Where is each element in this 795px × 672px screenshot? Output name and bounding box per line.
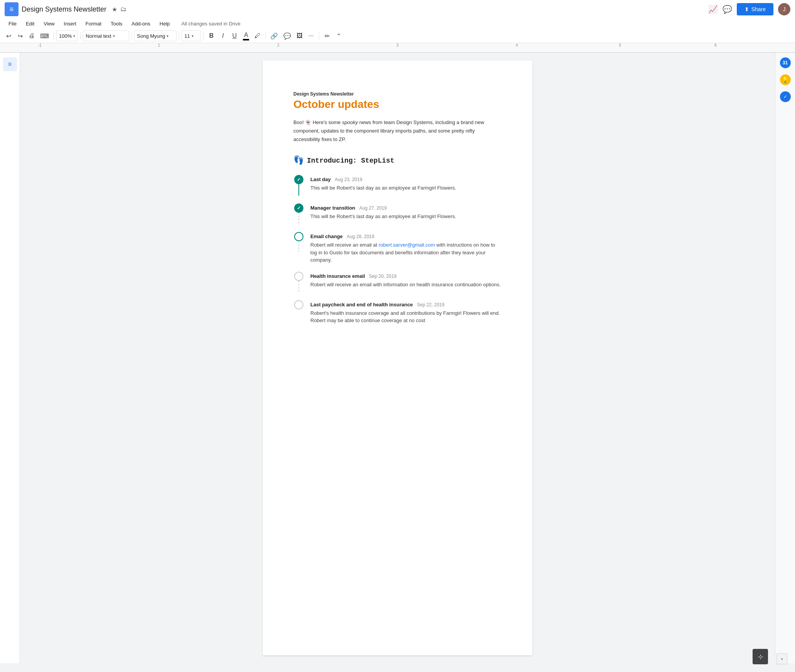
paint-format-button[interactable]: ⌨	[38, 30, 51, 41]
assistant-icon: ⊹	[758, 653, 763, 660]
doc-icon: ≡	[5, 2, 19, 16]
step-connector-3	[293, 232, 304, 253]
step-title-1: Last day	[310, 176, 331, 182]
divider7	[319, 32, 319, 40]
share-button[interactable]: ⬆ Share	[737, 3, 773, 15]
checkmark-icon: ✓	[297, 177, 301, 182]
font-color-button[interactable]: A	[241, 30, 251, 41]
divider4	[179, 32, 179, 40]
text-style-select[interactable]: Normal text ▾	[83, 30, 129, 41]
calendar-icon[interactable]: 31	[780, 57, 791, 68]
step-date-3: Aug 28, 2019	[347, 234, 374, 239]
step-connector-4	[293, 272, 304, 292]
redo-button[interactable]: ↪	[15, 30, 25, 41]
undo-button[interactable]: ↩	[3, 30, 14, 41]
menu-format[interactable]: Format	[82, 19, 105, 28]
step-desc-3: Robert will receive an email at robert.s…	[310, 241, 502, 264]
step-connector-1: ✓	[293, 175, 304, 196]
steplist: ✓ Last day Aug 23, 2019 This will be Rob…	[293, 175, 502, 324]
font-color-indicator	[243, 39, 249, 40]
divider3	[131, 32, 132, 40]
document-title: Design Systems Newsletter	[22, 5, 106, 13]
step-desc-4: Robert will receive an email with inform…	[310, 281, 502, 289]
step-title-2: Manager transition	[310, 205, 355, 211]
bulb-icon[interactable]: 💡	[780, 74, 791, 85]
menu-insert[interactable]: Insert	[60, 19, 80, 28]
divider5	[203, 32, 204, 40]
font-size-select[interactable]: 11 ▾	[182, 30, 201, 41]
link-icon: 🔗	[270, 32, 278, 40]
step-connector-5	[293, 300, 304, 309]
italic-button[interactable]: I	[217, 30, 228, 41]
print-button[interactable]: 🖨	[26, 30, 37, 41]
link-button[interactable]: 🔗	[268, 30, 280, 41]
table-row: Email change Aug 28, 2019 Robert will re…	[293, 232, 502, 264]
font-select[interactable]: Song Myung ▾	[134, 30, 177, 41]
page-area[interactable]: Design Systems Newsletter October update…	[20, 53, 775, 663]
menu-bar: File Edit View Insert Format Tools Add-o…	[0, 18, 795, 29]
doc-intro: Boo! 👻 Here's some spooky news from team…	[293, 118, 502, 144]
menu-view[interactable]: View	[40, 19, 58, 28]
assistant-button[interactable]: ⊹	[753, 649, 768, 663]
more-button[interactable]: ···	[306, 30, 317, 41]
step-line-2	[298, 213, 299, 224]
step-circle-3	[294, 232, 303, 241]
avatar[interactable]: J	[778, 3, 790, 15]
comment-add-button[interactable]: 💬	[281, 30, 293, 41]
step-link-3[interactable]: robert.sarver@gmail.com	[379, 242, 435, 248]
trend-icon[interactable]: 📈	[708, 5, 718, 14]
image-button[interactable]: 🖼	[294, 30, 305, 41]
font-chevron: ▾	[167, 34, 168, 38]
table-row: ✓ Manager transition Aug 27, 2019 This w…	[293, 203, 502, 224]
step-date-4: Sep 20, 2019	[369, 274, 396, 279]
menu-file[interactable]: File	[5, 19, 20, 28]
font-color-icon: A	[244, 32, 248, 39]
section-heading-text: Introducing: StepList	[307, 157, 394, 165]
menu-edit[interactable]: Edit	[22, 19, 38, 28]
step-date-1: Aug 23, 2019	[335, 177, 362, 182]
step-desc-2: This will be Robert's last day as an emp…	[310, 213, 502, 220]
checkmark-icon: ✓	[297, 205, 301, 211]
step-desc-5: Robert's health insurance coverage and a…	[310, 309, 502, 324]
toc-button[interactable]: ≡	[3, 57, 17, 71]
bold-button[interactable]: B	[206, 30, 217, 41]
text-style-chevron: ▾	[113, 34, 115, 38]
share-icon: ⬆	[744, 6, 749, 12]
check-icon[interactable]: ✓	[780, 91, 791, 102]
underline-button[interactable]: U	[229, 30, 240, 41]
expand-icon: ›	[781, 656, 783, 662]
step-date-2: Aug 27, 2019	[359, 205, 387, 211]
paint-format-icon: ⌨	[40, 32, 49, 40]
menu-addons[interactable]: Add-ons	[128, 19, 154, 28]
menu-help[interactable]: Help	[156, 19, 174, 28]
add-comment-icon: 💬	[283, 32, 291, 40]
step-line-4	[298, 281, 299, 292]
highlight-button[interactable]: 🖊	[252, 30, 263, 41]
step-circle-1: ✓	[294, 175, 303, 184]
step-title-5: Last paycheck and end of health insuranc…	[310, 302, 413, 307]
step-circle-4	[294, 272, 303, 281]
table-row: ✓ Last day Aug 23, 2019 This will be Rob…	[293, 175, 502, 196]
step-circle-2: ✓	[294, 203, 303, 213]
table-row: Health insurance email Sep 20, 2019 Robe…	[293, 272, 502, 292]
image-icon: 🖼	[296, 32, 303, 39]
left-panel: ≡	[0, 53, 20, 663]
ruler: -1 1 2 3 4 5 6	[0, 43, 795, 52]
comment-icon[interactable]: 💬	[723, 5, 732, 14]
step-content-3: Email change Aug 28, 2019 Robert will re…	[310, 232, 502, 264]
menu-tools[interactable]: Tools	[107, 19, 126, 28]
zoom-select[interactable]: 100% ▾	[56, 30, 78, 41]
step-content-5: Last paycheck and end of health insuranc…	[310, 300, 502, 324]
expand-button[interactable]: ›	[776, 654, 787, 663]
step-content-4: Health insurance email Sep 20, 2019 Robe…	[310, 272, 502, 289]
step-line-1	[298, 184, 299, 196]
step-date-5: Sep 22, 2019	[417, 302, 444, 307]
right-panel: 31 💡 ✓	[775, 53, 795, 663]
pen-button[interactable]: ✏	[322, 30, 332, 41]
star-icon[interactable]: ★	[112, 6, 117, 13]
highlight-icon: 🖊	[254, 32, 261, 39]
section-heading: 👣 Introducing: StepList	[293, 155, 502, 166]
main-layout: ≡ Design Systems Newsletter October upda…	[0, 53, 795, 663]
folder-icon[interactable]: 🗂	[120, 6, 126, 13]
collapse-toolbar-button[interactable]: ⌃	[333, 30, 344, 41]
